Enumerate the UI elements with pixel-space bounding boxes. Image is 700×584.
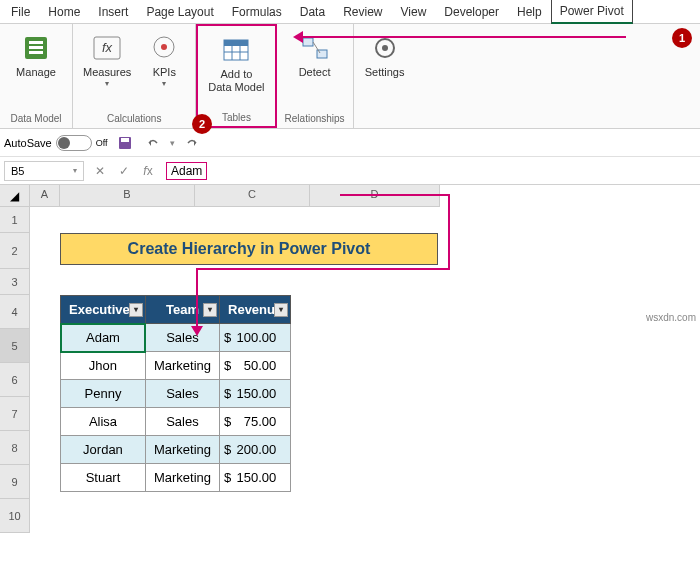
group-settings: Settings — [354, 24, 416, 128]
th-revenue: Revenue▾ — [220, 296, 291, 324]
save-icon — [117, 135, 133, 151]
tab-page-layout[interactable]: Page Layout — [137, 0, 222, 24]
annotation-arrow — [340, 194, 448, 196]
toggle-knob — [58, 137, 70, 149]
tab-help[interactable]: Help — [508, 0, 551, 24]
tab-file[interactable]: File — [2, 0, 39, 24]
row-header-10[interactable]: 10 — [0, 499, 30, 533]
filter-button[interactable]: ▾ — [203, 303, 217, 317]
insert-function-button[interactable]: fx — [136, 164, 160, 178]
manage-icon — [20, 32, 52, 64]
tab-home[interactable]: Home — [39, 0, 89, 24]
kpis-button[interactable]: KPIs ▾ — [139, 28, 189, 108]
cell-b5[interactable]: Adam — [61, 324, 146, 352]
cell[interactable]: $200.00 — [220, 436, 291, 464]
row-header-8[interactable]: 8 — [0, 431, 30, 465]
row-header-2[interactable]: 2 — [0, 233, 30, 269]
th-executives: Executives▾ — [61, 296, 146, 324]
name-box-value: B5 — [11, 165, 24, 177]
cell[interactable]: Sales — [145, 408, 219, 436]
tab-data[interactable]: Data — [291, 0, 334, 24]
cell[interactable]: $100.00 — [220, 324, 291, 352]
group-calculations: fx Measures ▾ KPIs ▾ Calculations — [73, 24, 196, 128]
col-header-d[interactable]: D — [310, 185, 440, 207]
autosave-toggle[interactable]: AutoSave Off — [4, 135, 108, 151]
cell[interactable]: Marketing — [145, 464, 219, 492]
cell[interactable]: Sales — [145, 324, 219, 352]
annotation-arrow — [198, 268, 450, 270]
cell[interactable]: Alisa — [61, 408, 146, 436]
cell[interactable]: Stuart — [61, 464, 146, 492]
manage-label: Manage — [16, 66, 56, 79]
row-headers: 1 2 3 4 5 6 7 8 9 10 — [0, 207, 30, 533]
column-header-row: ◢ A B C D — [0, 185, 700, 207]
row-现-header-5[interactable]: 5 — [0, 329, 30, 363]
filter-button[interactable]: ▾ — [129, 303, 143, 317]
data-table: Executives▾ Team▾ Revenue▾ Adam Sales $1… — [60, 295, 291, 492]
cell[interactable]: $75.00 — [220, 408, 291, 436]
select-all-corner[interactable]: ◢ — [0, 185, 30, 207]
autosave-label: AutoSave — [4, 137, 52, 149]
measures-button[interactable]: fx Measures ▾ — [79, 28, 135, 108]
row-header-7[interactable]: 7 — [0, 397, 30, 431]
add-to-data-model-button[interactable]: Add to Data Model — [204, 30, 268, 110]
autosave-state: Off — [96, 138, 108, 148]
annotation-arrow — [196, 268, 198, 328]
svg-text:fx: fx — [102, 40, 113, 55]
formula-input[interactable]: Adam — [160, 159, 700, 183]
tab-power-pivot[interactable]: Power Pivot — [551, 0, 633, 24]
col-header-c[interactable]: C — [195, 185, 310, 207]
dropdown-arrow[interactable]: ▾ — [170, 138, 175, 148]
table-row: Jordan Marketing $200.00 — [61, 436, 291, 464]
redo-button[interactable] — [181, 132, 203, 154]
cell[interactable]: Sales — [145, 380, 219, 408]
arrow-head-icon — [293, 31, 303, 43]
table-row: Adam Sales $100.00 — [61, 324, 291, 352]
annotation-step-2: 2 — [192, 114, 212, 134]
cell[interactable]: Marketing — [145, 436, 219, 464]
group-label-tables: Tables — [220, 110, 253, 125]
row-header-1[interactable]: 1 — [0, 207, 30, 233]
accept-formula-button[interactable]: ✓ — [112, 164, 136, 178]
measures-label: Measures — [83, 66, 131, 79]
svg-rect-3 — [29, 51, 43, 54]
cell[interactable]: $150.00 — [220, 380, 291, 408]
cancel-formula-button[interactable]: ✕ — [88, 164, 112, 178]
tab-review[interactable]: Review — [334, 0, 391, 24]
row-header-6[interactable]: 6 — [0, 363, 30, 397]
row-header-4[interactable]: 4 — [0, 295, 30, 329]
svg-marker-20 — [149, 140, 151, 146]
redo-icon — [184, 135, 200, 151]
col-header-a[interactable]: A — [30, 185, 60, 207]
cell[interactable]: Jordan — [61, 436, 146, 464]
annotation-step-1: 1 — [672, 28, 692, 48]
row-header-9[interactable]: 9 — [0, 465, 30, 499]
tab-formulas[interactable]: Formulas — [223, 0, 291, 24]
sheet-title: Create Hierarchy in Power Pivot — [60, 233, 438, 265]
manage-button[interactable]: Manage — [6, 28, 66, 108]
table-row: Penny Sales $150.00 — [61, 380, 291, 408]
name-box[interactable]: B5 ▾ — [4, 161, 84, 181]
toggle-switch[interactable] — [56, 135, 92, 151]
formula-bar: B5 ▾ ✕ ✓ fx Adam — [0, 157, 700, 185]
svg-marker-21 — [194, 140, 196, 146]
col-header-b[interactable]: B — [60, 185, 195, 207]
ribbon: Manage Data Model fx Measures ▾ KPIs ▾ C… — [0, 24, 700, 129]
settings-label: Settings — [365, 66, 405, 79]
tab-insert[interactable]: Insert — [89, 0, 137, 24]
cell[interactable]: Marketing — [145, 352, 219, 380]
cell[interactable]: Penny — [61, 380, 146, 408]
filter-button[interactable]: ▾ — [274, 303, 288, 317]
tab-view[interactable]: View — [392, 0, 436, 24]
tab-developer[interactable]: Developer — [435, 0, 508, 24]
settings-button[interactable]: Settings — [360, 28, 410, 108]
undo-button[interactable] — [142, 132, 164, 154]
quick-access-toolbar: AutoSave Off ▾ — [0, 129, 700, 157]
cell[interactable]: $50.00 — [220, 352, 291, 380]
cell[interactable]: $150.00 — [220, 464, 291, 492]
save-button[interactable] — [114, 132, 136, 154]
row-header-3[interactable]: 3 — [0, 269, 30, 295]
group-label-calculations: Calculations — [105, 111, 163, 126]
cell[interactable]: Jhon — [61, 352, 146, 380]
svg-rect-13 — [303, 38, 313, 46]
